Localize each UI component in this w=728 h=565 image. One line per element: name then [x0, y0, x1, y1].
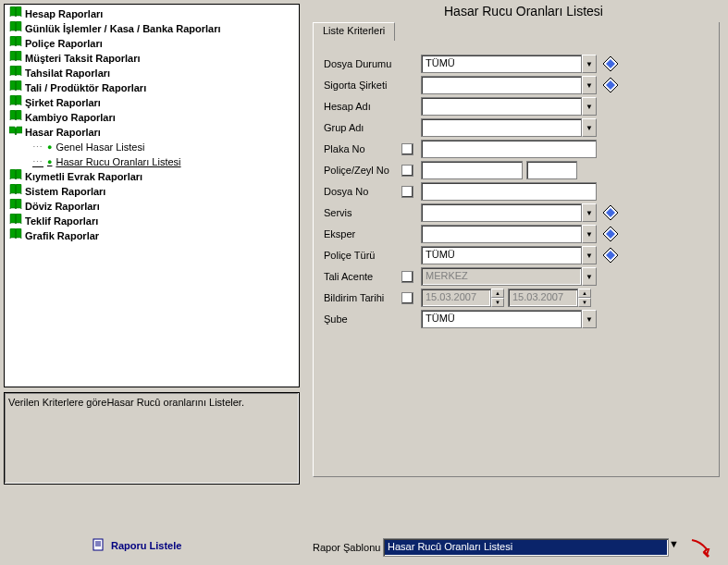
- chevron-down-icon[interactable]: ▼: [582, 267, 597, 286]
- report-tree[interactable]: Hesap Raporları Günlük İşlemler / Kasa /…: [4, 4, 300, 387]
- chevron-down-icon[interactable]: ▼: [582, 76, 597, 94]
- tab-criteria[interactable]: Liste Kriterleri: [313, 22, 395, 41]
- bildirim-tarihi-checkbox[interactable]: [401, 292, 413, 304]
- book-open-icon: [8, 125, 23, 140]
- book-icon: [8, 95, 23, 110]
- tree-subitem[interactable]: ⋯●Genel Hasar Listesi: [8, 140, 295, 154]
- sube-label: Şube: [324, 313, 401, 325]
- dosya-no-input[interactable]: [421, 182, 597, 201]
- chevron-down-icon[interactable]: ▼: [582, 203, 597, 222]
- book-icon: [8, 51, 23, 66]
- lookup-icon[interactable]: [602, 204, 619, 221]
- bildirim-from-date[interactable]: 15.03.2007▲▼: [421, 289, 504, 307]
- book-icon: [8, 214, 23, 228]
- hesap-adi-label: Hesap Adı: [324, 101, 401, 112]
- eksper-label: Eksper: [324, 228, 401, 240]
- book-icon: [8, 6, 23, 21]
- template-select[interactable]: Hasar Rucû Oranları Listesi ▼: [383, 538, 679, 557]
- tree-item[interactable]: Kambiyo Raporları: [8, 110, 295, 125]
- book-icon: [8, 66, 23, 80]
- police-turu-label: Poliçe Türü: [324, 250, 401, 261]
- dosya-no-label: Dosya No: [324, 186, 401, 197]
- chevron-down-icon[interactable]: ▼: [582, 310, 597, 328]
- bildirim-tarihi-label: Bildirim Tarihi: [324, 292, 401, 303]
- list-report-button[interactable]: Raporu Listele: [93, 538, 181, 553]
- book-icon: [8, 80, 23, 95]
- servis-label: Servis: [324, 207, 401, 218]
- bullet-icon: ●: [47, 140, 52, 154]
- tree-item[interactable]: Teklif Raporları: [8, 214, 295, 228]
- book-icon: [8, 110, 23, 125]
- spin-down-icon[interactable]: ▼: [491, 298, 504, 307]
- sube-select[interactable]: TÜMÜ▼: [421, 310, 597, 328]
- police-no-input[interactable]: [421, 161, 523, 179]
- hesap-adi-select[interactable]: ▼: [421, 97, 597, 116]
- eksper-select[interactable]: ▼: [421, 225, 597, 243]
- bullet-icon: ●: [47, 154, 52, 169]
- police-zeyl-checkbox[interactable]: [401, 165, 413, 177]
- lookup-icon[interactable]: [602, 77, 619, 93]
- tali-acente-checkbox[interactable]: [401, 271, 413, 283]
- chevron-down-icon[interactable]: ▼: [582, 55, 597, 73]
- tree-item[interactable]: Tali / Prodüktör Raporları: [8, 80, 295, 95]
- servis-select[interactable]: ▼: [421, 203, 597, 222]
- description-panel: Verilen Kriterlere göreHasar Rucû oranla…: [4, 392, 300, 485]
- tree-item[interactable]: Kıymetli Evrak Raporları: [8, 169, 295, 184]
- list-report-label: Raporu Listele: [111, 540, 181, 551]
- spin-up-icon[interactable]: ▲: [578, 289, 591, 298]
- book-icon: [8, 169, 23, 184]
- police-turu-select[interactable]: TÜMÜ▼: [421, 246, 597, 264]
- tree-item[interactable]: Şirket Raporları: [8, 95, 295, 110]
- tree-item[interactable]: Sistem Raporları: [8, 184, 295, 199]
- grup-adi-label: Grup Adı: [324, 122, 401, 133]
- chevron-down-icon[interactable]: ▼: [582, 97, 597, 116]
- chevron-down-icon[interactable]: ▼: [669, 538, 679, 557]
- tree-subitem-selected[interactable]: ⋯●Hasar Rucu Oranları Listesi: [8, 154, 295, 169]
- run-report-button[interactable]: [688, 536, 710, 559]
- tree-item[interactable]: Tahsilat Raporları: [8, 66, 295, 80]
- plaka-no-label: Plaka No: [324, 143, 401, 154]
- sigorta-sirketi-select[interactable]: ▼: [421, 76, 597, 94]
- description-text: Verilen Kriterlere göreHasar Rucû oranla…: [8, 397, 244, 408]
- plaka-no-checkbox[interactable]: [401, 143, 413, 155]
- book-icon: [8, 199, 23, 214]
- bildirim-to-date[interactable]: 15.03.2007▲▼: [508, 289, 591, 307]
- lookup-icon[interactable]: [602, 55, 619, 72]
- lookup-icon[interactable]: [602, 226, 619, 242]
- tree-item[interactable]: Döviz Raporları: [8, 199, 295, 214]
- dosya-durumu-select[interactable]: TÜMÜ▼: [421, 55, 597, 73]
- chevron-down-icon[interactable]: ▼: [582, 118, 597, 137]
- tali-acente-select[interactable]: MERKEZ▼: [421, 267, 597, 286]
- grup-adi-select[interactable]: ▼: [421, 118, 597, 137]
- lookup-icon[interactable]: [602, 247, 619, 264]
- page-title: Hasar Rucu Oranları Listesi: [444, 4, 603, 18]
- plaka-no-input[interactable]: [421, 140, 597, 158]
- police-zeyl-label: Poliçe/Zeyl No: [324, 165, 401, 176]
- book-icon: [8, 36, 23, 51]
- dosya-durumu-label: Dosya Durumu: [324, 58, 401, 69]
- template-label: Rapor Şablonu: [313, 542, 380, 553]
- dosya-no-checkbox[interactable]: [401, 186, 413, 198]
- chevron-down-icon[interactable]: ▼: [582, 225, 597, 243]
- book-icon: [8, 228, 23, 243]
- zeyl-no-input[interactable]: [526, 161, 577, 179]
- spin-up-icon[interactable]: ▲: [491, 289, 504, 298]
- chevron-down-icon[interactable]: ▼: [582, 246, 597, 264]
- svg-rect-0: [93, 539, 103, 550]
- tree-item[interactable]: Günlük İşlemler / Kasa / Banka Raporları: [8, 21, 295, 36]
- book-icon: [8, 21, 23, 36]
- book-icon: [8, 184, 23, 199]
- report-icon: [93, 538, 107, 553]
- tali-acente-label: Tali Acente: [324, 271, 401, 282]
- sigorta-sirketi-label: Sigorta Şirketi: [324, 80, 401, 91]
- spin-down-icon[interactable]: ▼: [578, 298, 591, 307]
- tree-item[interactable]: Müşteri Taksit Raporları: [8, 51, 295, 66]
- tree-item[interactable]: Hesap Raporları: [8, 6, 295, 21]
- tree-item[interactable]: Poliçe Raporları: [8, 36, 295, 51]
- tree-item[interactable]: Grafik Raporlar: [8, 228, 295, 243]
- tree-item-expanded[interactable]: Hasar Raporları: [8, 125, 295, 140]
